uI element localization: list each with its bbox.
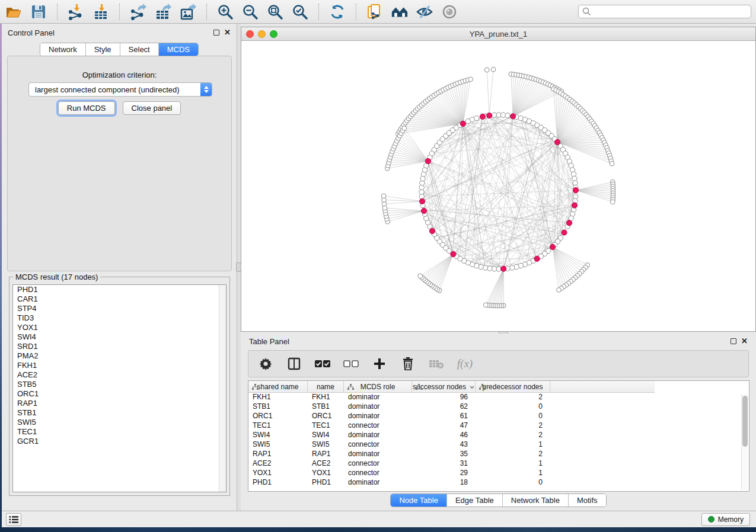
cell-name[interactable]: SWI4 — [308, 431, 344, 440]
network-graph[interactable] — [241, 41, 755, 331]
cell-successor-nodes[interactable]: 46 — [412, 431, 476, 440]
cell-shared-name[interactable]: SWI5 — [248, 440, 308, 450]
export-table-icon[interactable] — [154, 3, 172, 21]
zoom-out-icon[interactable] — [241, 3, 259, 21]
optimization-criterion-select[interactable]: largest connected component (undirected) — [28, 82, 212, 97]
cell-shared-name[interactable]: TEC1 — [248, 421, 308, 431]
mcds-result-node[interactable]: CAR1 — [13, 294, 226, 304]
new-network-from-selection-icon[interactable] — [366, 3, 384, 21]
first-neighbors-icon[interactable] — [391, 3, 409, 21]
close-panel-button[interactable]: Close panel — [123, 101, 181, 115]
cell-MCDS-role[interactable]: connector — [344, 469, 412, 478]
zoom-in-icon[interactable] — [216, 3, 234, 21]
import-network-icon[interactable] — [67, 3, 85, 21]
tab-network[interactable]: Network — [40, 43, 85, 56]
tab-network-table[interactable]: Network Table — [502, 494, 568, 507]
cell-name[interactable]: YOX1 — [308, 469, 344, 478]
cell-name[interactable]: STB1 — [308, 402, 344, 412]
float-table-panel-icon[interactable] — [731, 338, 736, 344]
delete-table-icon[interactable] — [429, 356, 444, 371]
cell-predecessor-nodes[interactable]: 0 — [476, 402, 550, 412]
cell-successor-nodes[interactable]: 62 — [412, 402, 476, 412]
cell-MCDS-role[interactable]: connector — [344, 440, 412, 450]
mcds-result-node[interactable]: GCR1 — [13, 437, 226, 446]
cell-predecessor-nodes[interactable]: 0 — [476, 478, 550, 488]
delete-column-icon[interactable] — [400, 356, 416, 371]
mcds-result-node[interactable]: TID3 — [13, 313, 226, 323]
tab-select[interactable]: Select — [120, 43, 158, 56]
cell-MCDS-role[interactable]: dominator — [344, 412, 412, 421]
search-input[interactable] — [594, 8, 747, 16]
column-header-successor-nodes[interactable]: successor nodes — [412, 381, 476, 393]
select-all-checkboxes-icon[interactable] — [315, 356, 330, 371]
result-list-scrollbar[interactable] — [219, 285, 226, 492]
table-row[interactable]: RAP1RAP1dominator352 — [248, 450, 749, 459]
cell-successor-nodes[interactable]: 35 — [412, 450, 476, 459]
cell-successor-nodes[interactable]: 96 — [412, 393, 476, 402]
float-panel-icon[interactable] — [213, 30, 219, 36]
tab-node-table[interactable]: Node Table — [391, 494, 446, 507]
cell-shared-name[interactable]: FKH1 — [248, 393, 308, 402]
column-header-MCDS-role[interactable]: MCDS role — [344, 381, 412, 393]
cell-shared-name[interactable]: ORC1 — [248, 412, 308, 421]
cell-shared-name[interactable]: RAP1 — [248, 450, 308, 459]
open-file-icon[interactable] — [5, 3, 23, 21]
cell-shared-name[interactable]: STB1 — [248, 402, 308, 412]
mcds-result-node[interactable]: RAP1 — [13, 399, 226, 408]
mcds-result-node[interactable]: STP4 — [13, 304, 226, 313]
import-table-icon[interactable] — [92, 3, 110, 21]
cell-predecessor-nodes[interactable]: 0 — [476, 412, 550, 421]
show-all-icon[interactable] — [441, 3, 458, 21]
column-header-predecessor-nodes[interactable]: predecessor nodes — [476, 381, 550, 393]
search-field[interactable] — [578, 5, 751, 18]
cell-shared-name[interactable]: YOX1 — [248, 469, 308, 478]
table-row[interactable]: YOX1YOX1connector291 — [248, 469, 749, 478]
cell-successor-nodes[interactable]: 18 — [412, 478, 476, 488]
tab-mcds[interactable]: MCDS — [158, 43, 198, 56]
cell-successor-nodes[interactable]: 31 — [412, 459, 476, 469]
table-row[interactable]: TEC1TEC1connector472 — [248, 421, 749, 431]
tab-motifs[interactable]: Motifs — [568, 494, 606, 507]
tab-edge-table[interactable]: Edge Table — [446, 494, 502, 507]
cell-MCDS-role[interactable]: dominator — [344, 450, 412, 459]
cell-successor-nodes[interactable]: 29 — [412, 469, 476, 478]
cell-successor-nodes[interactable]: 47 — [412, 421, 476, 431]
column-header-name[interactable]: name — [308, 381, 344, 393]
cell-predecessor-nodes[interactable]: 2 — [476, 393, 550, 402]
save-session-icon[interactable] — [30, 3, 47, 21]
add-column-icon[interactable] — [372, 356, 387, 371]
cell-predecessor-nodes[interactable]: 1 — [476, 440, 550, 450]
cell-MCDS-role[interactable]: connector — [344, 459, 412, 469]
export-image-icon[interactable] — [179, 3, 197, 21]
cell-name[interactable]: TEC1 — [308, 421, 344, 431]
table-scrollbar[interactable] — [741, 394, 748, 490]
mcds-result-node[interactable]: STB1 — [13, 408, 226, 418]
cell-shared-name[interactable]: ACE2 — [248, 459, 308, 469]
export-network-icon[interactable] — [129, 3, 147, 21]
table-settings-icon[interactable] — [258, 356, 273, 371]
cell-MCDS-role[interactable]: dominator — [344, 478, 412, 488]
cell-predecessor-nodes[interactable]: 2 — [476, 450, 550, 459]
close-panel-icon[interactable]: ✕ — [224, 30, 231, 36]
mcds-result-node[interactable]: YOX1 — [13, 323, 226, 332]
table-row[interactable]: SWI5SWI5connector431 — [248, 440, 749, 450]
cell-MCDS-role[interactable]: connector — [344, 421, 412, 431]
cell-name[interactable]: ACE2 — [308, 459, 344, 469]
mcds-result-node[interactable]: FKH1 — [13, 361, 226, 370]
mcds-result-list[interactable]: PHD1CAR1STP4TID3YOX1SWI4SRD1PMA2FKH1ACE2… — [12, 284, 227, 492]
table-row[interactable]: FKH1FKH1dominator962 — [248, 393, 749, 402]
mcds-result-node[interactable]: PMA2 — [13, 351, 226, 361]
cell-MCDS-role[interactable]: dominator — [344, 402, 412, 412]
column-layout-icon[interactable] — [286, 356, 302, 371]
mcds-result-node[interactable]: PHD1 — [13, 285, 226, 294]
table-row[interactable]: ORC1ORC1dominator610 — [248, 412, 749, 421]
column-header-shared-name[interactable]: shared name — [248, 381, 308, 393]
mcds-result-node[interactable]: ORC1 — [13, 389, 226, 399]
mcds-result-node[interactable]: TEC1 — [13, 427, 226, 437]
cell-MCDS-role[interactable]: dominator — [344, 393, 412, 402]
task-history-button[interactable] — [6, 513, 21, 526]
cell-successor-nodes[interactable]: 43 — [412, 440, 476, 450]
deselect-all-checkboxes-icon[interactable] — [343, 356, 359, 371]
cell-successor-nodes[interactable]: 61 — [412, 412, 476, 421]
memory-button[interactable]: Memory — [701, 513, 750, 526]
